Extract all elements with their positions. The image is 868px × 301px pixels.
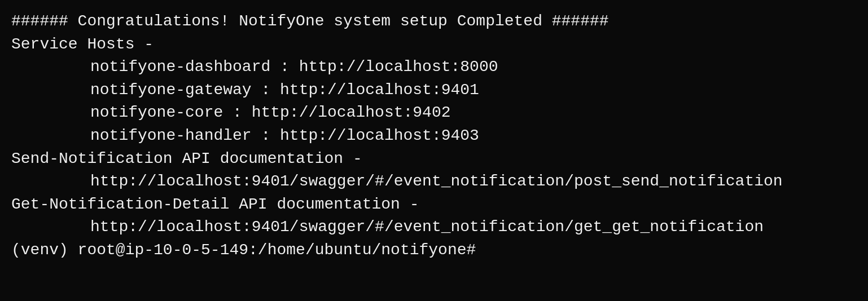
- terminal-line-dashboard: notifyone-dashboard : http://localhost:8…: [11, 56, 857, 79]
- terminal-line-header: ###### Congratulations! NotifyOne system…: [11, 10, 857, 33]
- terminal-line-prompt: (venv) root@ip-10-0-5-149:/home/ubuntu/n…: [11, 239, 857, 262]
- terminal-line-gateway: notifyone-gateway : http://localhost:940…: [11, 79, 857, 102]
- terminal-window: ###### Congratulations! NotifyOne system…: [11, 10, 857, 262]
- terminal-line-core: notifyone-core : http://localhost:9402: [11, 101, 857, 125]
- terminal-line-send-notification-url: http://localhost:9401/swagger/#/event_no…: [11, 170, 857, 193]
- terminal-line-service-hosts: Service Hosts -: [11, 33, 857, 56]
- terminal-line-get-notification-label: Get-Notification-Detail API documentatio…: [11, 193, 857, 216]
- terminal-line-get-notification-url: http://localhost:9401/swagger/#/event_no…: [11, 216, 857, 239]
- terminal-line-handler: notifyone-handler : http://localhost:940…: [11, 125, 857, 148]
- terminal-line-send-notification-label: Send-Notification API documentation -: [11, 148, 857, 171]
